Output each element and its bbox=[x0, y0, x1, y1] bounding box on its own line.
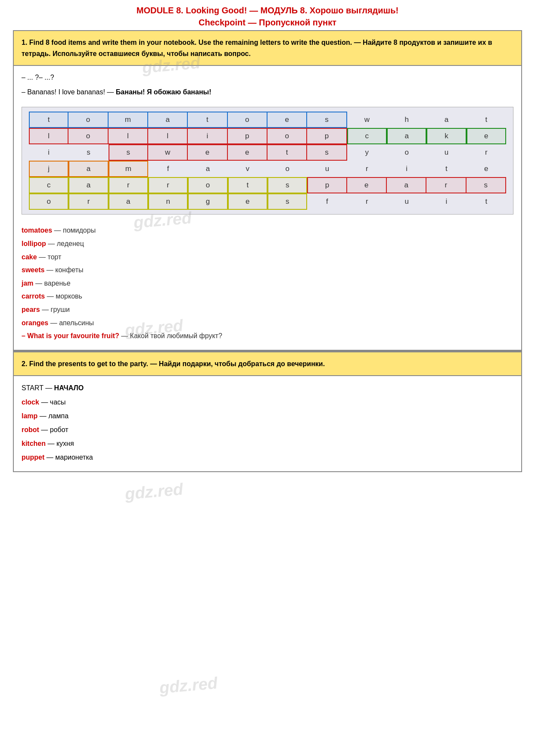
item-kitchen: kitchen — кухня bbox=[22, 438, 513, 449]
grid-cell: s bbox=[307, 112, 347, 128]
grid-cell: i bbox=[426, 193, 466, 210]
grid-cell: o bbox=[268, 128, 307, 144]
grid-cell: a bbox=[426, 112, 466, 128]
watermark-5: gdz.red bbox=[159, 674, 218, 697]
grid-cell: r bbox=[467, 144, 506, 161]
item-puppet: puppet — марионетка bbox=[22, 451, 513, 463]
grid-cell: o bbox=[387, 144, 426, 161]
word-tomatoes: tomatoes — помидоры bbox=[22, 225, 513, 236]
grid-cell: m bbox=[109, 112, 148, 128]
grid-table: tomatoeswhatlollipopcakeissweetsyourjamf… bbox=[29, 112, 506, 210]
grid-cell: e bbox=[228, 193, 268, 210]
grid-cell: s bbox=[109, 144, 148, 161]
grid-cell: o bbox=[268, 161, 307, 177]
grid-cell: e bbox=[467, 128, 506, 144]
grid-cell: s bbox=[268, 193, 307, 210]
grid-cell: a bbox=[387, 128, 426, 144]
grid-cell: r bbox=[347, 161, 387, 177]
grid-cell: m bbox=[109, 161, 148, 177]
grid-cell: t bbox=[228, 177, 268, 193]
grid-cell: l bbox=[148, 128, 188, 144]
grid-cell: t bbox=[29, 112, 68, 128]
grid-cell: p bbox=[307, 177, 347, 193]
section1-header: 1. Find 8 food items and write them in y… bbox=[14, 31, 521, 66]
item-clock: clock — часы bbox=[22, 396, 513, 408]
grid-cell: e bbox=[347, 177, 387, 193]
item-robot: robot — робот bbox=[22, 424, 513, 436]
grid-cell: r bbox=[347, 193, 387, 210]
grid-cell: f bbox=[307, 193, 347, 210]
grid-cell: c bbox=[29, 177, 68, 193]
grid-cell: i bbox=[387, 161, 426, 177]
grid-cell: t bbox=[426, 161, 466, 177]
wordsearch-grid: tomatoeswhatlollipopcakeissweetsyourjamf… bbox=[22, 107, 513, 215]
word-pears: pears — груши bbox=[22, 304, 513, 315]
grid-cell: t bbox=[467, 193, 506, 210]
section1-content: – ... ?– ...? – Bananas! I love bananas!… bbox=[14, 66, 521, 351]
grid-cell: l bbox=[29, 128, 68, 144]
word-lollipop: lollipop — леденец bbox=[22, 238, 513, 249]
grid-cell: i bbox=[188, 128, 227, 144]
grid-cell: o bbox=[29, 193, 68, 210]
word-list: tomatoes — помидоры lollipop — леденец c… bbox=[22, 225, 513, 341]
grid-cell: o bbox=[188, 177, 227, 193]
grid-cell: t bbox=[268, 144, 307, 161]
grid-cell: a bbox=[148, 112, 188, 128]
word-cake: cake — торт bbox=[22, 252, 513, 263]
grid-cell: u bbox=[307, 161, 347, 177]
grid-cell: h bbox=[387, 112, 426, 128]
grid-cell: a bbox=[188, 161, 227, 177]
grid-cell: r bbox=[68, 193, 108, 210]
section1-box: 1. Find 8 food items and write them in y… bbox=[13, 30, 522, 352]
grid-cell: u bbox=[387, 193, 426, 210]
grid-cell: s bbox=[307, 144, 347, 161]
section2-header: 2. Find the presents to get to the party… bbox=[14, 352, 521, 376]
grid-cell: a bbox=[109, 193, 148, 210]
grid-cell: a bbox=[68, 177, 108, 193]
grid-cell: e bbox=[268, 112, 307, 128]
question-line: – What is your favourite fruit? — Какой … bbox=[22, 330, 513, 342]
dialogue-line-2: – Bananas! I love bananas! — Бананы! Я о… bbox=[22, 87, 513, 98]
grid-cell: s bbox=[467, 177, 506, 193]
grid-cell: t bbox=[467, 112, 506, 128]
grid-cell: w bbox=[148, 144, 188, 161]
word-sweets: sweets — конфеты bbox=[22, 264, 513, 276]
grid-cell: o bbox=[68, 112, 108, 128]
item-start: START — НАЧАЛО bbox=[22, 382, 513, 394]
section2-box: 2. Find the presents to get to the party… bbox=[13, 352, 522, 473]
word-carrots: carrots — морковь bbox=[22, 291, 513, 302]
page-title: MODULE 8. Looking Good! — МОДУЛЬ 8. Хоро… bbox=[13, 4, 522, 28]
word-oranges: oranges — апельсины bbox=[22, 317, 513, 329]
grid-cell: j bbox=[29, 161, 68, 177]
grid-cell: f bbox=[148, 161, 188, 177]
grid-cell: e bbox=[467, 161, 506, 177]
grid-cell: s bbox=[68, 144, 108, 161]
word-jam: jam — варенье bbox=[22, 278, 513, 289]
grid-cell: a bbox=[68, 161, 108, 177]
grid-cell: c bbox=[347, 128, 387, 144]
grid-cell: k bbox=[426, 128, 466, 144]
grid-cell: i bbox=[29, 144, 68, 161]
grid-cell: w bbox=[347, 112, 387, 128]
grid-cell: r bbox=[426, 177, 466, 193]
grid-cell: o bbox=[228, 112, 268, 128]
title-line2: Checkpoint — Пропускной пункт bbox=[199, 18, 336, 27]
section2-content: START — НАЧАЛО clock — часы lamp — лампа… bbox=[14, 376, 521, 471]
title-line1: MODULE 8. Looking Good! — МОДУЛЬ 8. Хоро… bbox=[137, 6, 398, 15]
dialogue-line-1: – ... ?– ...? bbox=[22, 72, 513, 83]
grid-cell: a bbox=[387, 177, 426, 193]
watermark-4: gdz.red bbox=[124, 480, 184, 504]
grid-cell: r bbox=[109, 177, 148, 193]
grid-cell: r bbox=[148, 177, 188, 193]
grid-cell: e bbox=[228, 144, 268, 161]
grid-cell: p bbox=[307, 128, 347, 144]
grid-cell: p bbox=[228, 128, 268, 144]
grid-cell: l bbox=[109, 128, 148, 144]
grid-cell: e bbox=[188, 144, 227, 161]
grid-cell: g bbox=[188, 193, 227, 210]
grid-cell: u bbox=[426, 144, 466, 161]
grid-cell: o bbox=[68, 128, 108, 144]
item-lamp: lamp — лампа bbox=[22, 410, 513, 422]
grid-cell: s bbox=[268, 177, 307, 193]
grid-cell: y bbox=[347, 144, 387, 161]
